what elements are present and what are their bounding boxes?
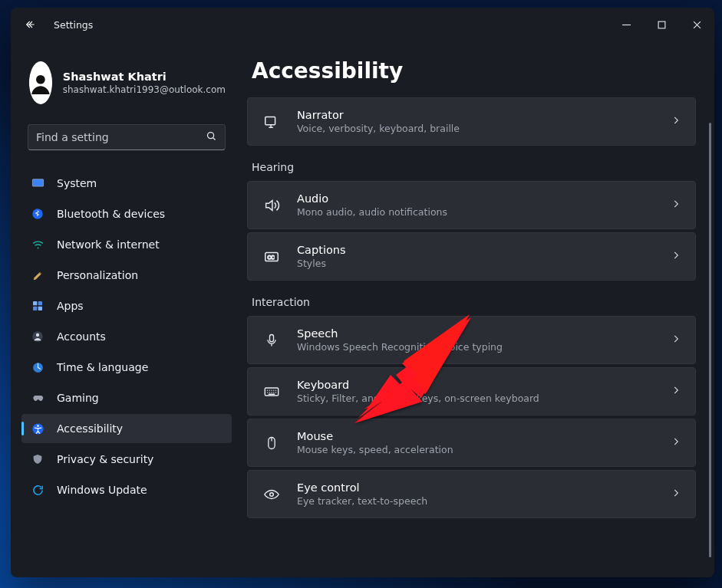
svg-point-3 xyxy=(208,132,214,138)
minimize-icon xyxy=(622,21,631,29)
sidebar: Shashwat Khatri shashwat.khatri1993@outl… xyxy=(11,41,241,577)
speaker-icon xyxy=(262,197,282,214)
mouse-icon xyxy=(262,435,282,451)
chevron-right-icon xyxy=(671,333,681,347)
main-content: Accessibility Narrator Voice, verbosity,… xyxy=(241,41,714,577)
captions-icon: CC xyxy=(262,248,282,265)
svg-point-7 xyxy=(37,247,38,248)
tile-narrator[interactable]: Narrator Voice, verbosity, keyboard, bra… xyxy=(247,97,696,146)
svg-point-13 xyxy=(36,333,39,337)
chevron-right-icon xyxy=(671,435,681,450)
tile-subtitle: Mouse keys, speed, acceleration xyxy=(297,444,655,455)
chevron-right-icon xyxy=(671,487,681,501)
tile-captions[interactable]: CC Captions Styles xyxy=(247,232,696,281)
sidebar-item-accounts[interactable]: Accounts xyxy=(21,322,232,351)
wifi-icon xyxy=(31,238,45,251)
sidebar-item-gaming[interactable]: Gaming xyxy=(21,383,232,412)
sidebar-item-label: Apps xyxy=(57,300,84,312)
search-input[interactable] xyxy=(36,131,199,143)
profile-block[interactable]: Shashwat Khatri shashwat.khatri1993@outl… xyxy=(21,57,232,112)
microphone-icon xyxy=(262,333,282,348)
tile-audio[interactable]: Audio Mono audio, audio notifications xyxy=(247,181,696,229)
sidebar-item-label: System xyxy=(57,177,97,189)
scrollbar[interactable] xyxy=(709,123,711,557)
sidebar-item-label: Personalization xyxy=(57,269,138,281)
apps-icon xyxy=(31,299,45,313)
bluetooth-icon xyxy=(31,207,45,221)
window-controls xyxy=(608,12,714,37)
tile-title: Audio xyxy=(297,192,655,205)
app-title: Settings xyxy=(54,19,93,31)
tile-title: Eye control xyxy=(297,481,655,494)
maximize-button[interactable] xyxy=(644,12,679,37)
sidebar-item-personalization[interactable]: Personalization xyxy=(21,261,232,290)
search-icon xyxy=(206,130,217,145)
person-icon xyxy=(31,330,45,343)
close-button[interactable] xyxy=(679,12,714,37)
keyboard-icon xyxy=(262,383,282,400)
page-title: Accessibility xyxy=(252,58,696,84)
tile-title: Narrator xyxy=(297,109,655,121)
gamepad-icon xyxy=(31,391,45,405)
search-box[interactable] xyxy=(28,124,226,150)
svg-rect-10 xyxy=(33,307,37,310)
svg-rect-17 xyxy=(265,117,275,124)
sidebar-item-time[interactable]: Time & language xyxy=(21,353,232,382)
tile-subtitle: Eye tracker, text-to-speech xyxy=(297,495,655,507)
tile-title: Keyboard xyxy=(297,379,655,391)
tile-title: Captions xyxy=(297,244,655,256)
sidebar-item-label: Accessibility xyxy=(57,422,123,435)
tile-title: Speech xyxy=(297,327,655,340)
sidebar-item-accessibility[interactable]: Accessibility xyxy=(21,414,232,443)
back-button[interactable] xyxy=(20,14,41,35)
tile-subtitle: Styles xyxy=(297,258,655,269)
tile-title: Mouse xyxy=(297,430,655,442)
section-interaction: Interaction xyxy=(252,296,696,308)
tile-subtitle: Sticky, Filter, and Toggle keys, on-scre… xyxy=(297,393,655,404)
svg-rect-11 xyxy=(38,307,42,310)
sidebar-item-label: Privacy & security xyxy=(57,453,153,465)
update-icon xyxy=(31,483,45,497)
svg-point-2 xyxy=(36,75,45,84)
monitor-icon xyxy=(31,176,45,190)
nav: System Bluetooth & devices Network & int… xyxy=(21,169,232,504)
sidebar-item-system[interactable]: System xyxy=(21,169,232,198)
avatar xyxy=(29,61,52,104)
chevron-right-icon xyxy=(671,114,681,129)
sidebar-item-network[interactable]: Network & internet xyxy=(21,230,232,259)
svg-rect-4 xyxy=(32,179,43,186)
sidebar-item-label: Time & language xyxy=(57,361,148,373)
svg-rect-8 xyxy=(33,301,37,305)
sidebar-item-label: Network & internet xyxy=(57,238,160,251)
sidebar-item-label: Bluetooth & devices xyxy=(57,208,165,220)
svg-rect-20 xyxy=(270,334,274,341)
svg-text:CC: CC xyxy=(268,254,275,260)
tile-speech[interactable]: Speech Windows Speech Recognition, voice… xyxy=(247,316,696,364)
chevron-right-icon xyxy=(671,198,681,212)
tile-subtitle: Voice, verbosity, keyboard, braille xyxy=(297,123,655,134)
svg-point-23 xyxy=(270,492,274,496)
svg-rect-0 xyxy=(658,21,665,28)
eye-icon xyxy=(262,486,282,503)
sidebar-item-label: Accounts xyxy=(57,330,106,343)
paintbrush-icon xyxy=(31,268,45,282)
maximize-icon xyxy=(658,21,666,29)
section-hearing: Hearing xyxy=(252,161,696,173)
svg-rect-9 xyxy=(38,301,42,305)
narrator-icon xyxy=(262,113,282,130)
tile-mouse[interactable]: Mouse Mouse keys, speed, acceleration xyxy=(247,419,696,467)
sidebar-item-apps[interactable]: Apps xyxy=(21,291,232,320)
chevron-right-icon xyxy=(671,384,681,399)
minimize-button[interactable] xyxy=(608,12,644,37)
sidebar-item-bluetooth[interactable]: Bluetooth & devices xyxy=(21,199,232,228)
sidebar-item-update[interactable]: Windows Update xyxy=(21,475,232,504)
svg-point-16 xyxy=(37,425,39,427)
shield-icon xyxy=(31,452,45,466)
user-name: Shashwat Khatri xyxy=(63,71,226,83)
tile-keyboard[interactable]: Keyboard Sticky, Filter, and Toggle keys… xyxy=(247,367,696,416)
tile-eye-control[interactable]: Eye control Eye tracker, text-to-speech xyxy=(247,470,696,518)
clock-globe-icon xyxy=(31,360,45,374)
accessibility-icon xyxy=(31,422,45,435)
sidebar-item-privacy[interactable]: Privacy & security xyxy=(21,445,232,474)
tile-subtitle: Mono audio, audio notifications xyxy=(297,206,655,218)
